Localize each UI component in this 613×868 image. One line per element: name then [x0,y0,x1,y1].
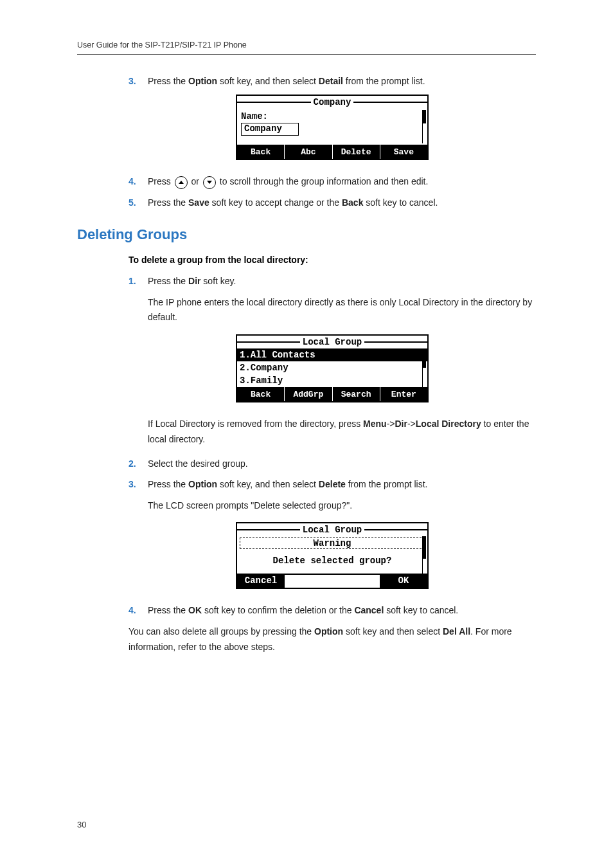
lcd3-warning: Warning [314,538,351,548]
lcd3-key-cancel: Cancel [237,574,285,588]
delete-step-1-after: If Local Directory is removed from the d… [148,417,536,448]
delete-step-3-para: The LCD screen prompts "Delete selected … [148,498,536,514]
lcd-delete-confirm: Local Group Warning Delete selected grou… [236,522,429,589]
lcd1-key-delete: Delete [333,145,380,159]
down-arrow-key-icon [203,176,216,189]
lcd-company-edit: Company Name: Company Back Abc Delete Sa… [236,95,429,160]
lcd1-key-back: Back [237,145,285,159]
lcd3-softkeys: Cancel OK [237,574,427,588]
delete-step-1-para: The IP phone enters the local directory … [148,295,536,326]
lcd3-prompt: Delete selected group? [238,549,426,574]
lcd1-title: Company [311,97,354,107]
step-4-text: Press or to scroll through the group inf… [148,174,428,188]
lcd2-softkeys: Back AddGrp Search Enter [237,387,427,401]
lcd2-key-back: Back [237,387,285,401]
lcd1-key-abc: Abc [285,145,332,159]
lcd3-title: Local Group [300,525,364,535]
lcd2-key-addgrp: AddGrp [285,387,332,401]
delete-step-1-num: 1. [129,274,148,288]
lcd1-key-save: Save [380,145,427,159]
lcd2-item-1: 1.All Contacts [237,348,427,361]
up-arrow-key-icon [175,176,188,189]
step-number-5: 5. [129,195,148,210]
page-header: User Guide for the SIP-T21P/SIP-T21 IP P… [77,41,247,50]
lcd2-item-3: 3.Family [237,374,427,387]
step-5-text: Press the Save soft key to accept change… [148,195,438,210]
delete-step-4-num: 4. [129,603,148,617]
delete-step-2-num: 2. [129,457,148,471]
delete-step-2-text: Select the desired group. [148,457,248,471]
lcd2-item-2: 2.Company [237,361,427,374]
lcd1-name-value: Company [241,123,299,136]
delete-step-1-text: Press the Dir soft key. [148,274,236,288]
lcd3-key-ok: OK [380,574,427,588]
delete-step-4-text: Press the OK soft key to confirm the del… [148,603,458,617]
lcd1-softkeys: Back Abc Delete Save [237,145,427,159]
step-number-4: 4. [129,174,148,188]
section-deleting-groups: Deleting Groups [77,226,536,243]
lcd2-key-enter: Enter [380,387,427,401]
lcd2-key-search: Search [333,387,380,401]
closing-paragraph: You can also delete all groups by pressi… [129,624,536,655]
lcd-local-group-list: Local Group 1.All Contacts 2.Company 3.F… [236,334,429,402]
delete-step-3-num: 3. [129,477,148,491]
page-number: 30 [77,820,86,829]
lcd2-title: Local Group [300,337,364,347]
lcd1-name-label: Name: [241,111,423,122]
delete-step-3-text: Press the Option soft key, and then sele… [148,477,427,491]
step-3-text: Press the Option soft key, and then sele… [148,74,425,88]
delete-group-subhead: To delete a group from the local directo… [129,255,536,265]
step-number-3: 3. [129,74,148,88]
